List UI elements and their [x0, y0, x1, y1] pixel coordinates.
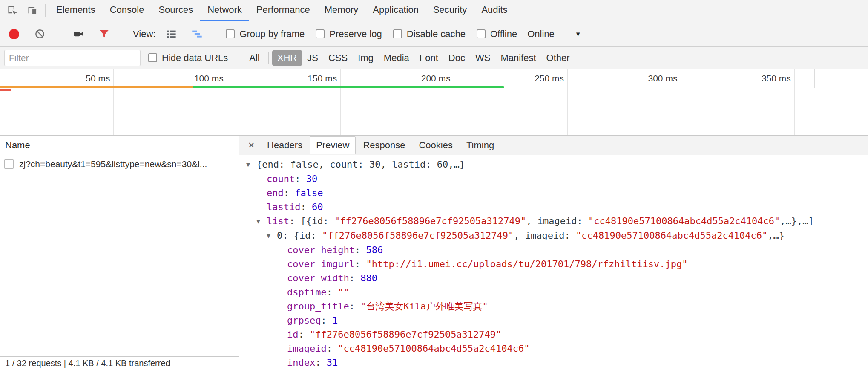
- json-token-plain: :: [355, 259, 366, 269]
- filter-type-other[interactable]: Other: [541, 50, 575, 66]
- tab-network[interactable]: Network: [200, 0, 249, 21]
- json-line: id: "ff276e8056f58896e7cf92505a312749": [239, 327, 868, 341]
- tab-console[interactable]: Console: [103, 0, 152, 21]
- record-icon: [9, 29, 19, 39]
- json-line: group_title: "台湾美女Kila户外唯美写真": [239, 299, 868, 313]
- json-line: index: 31: [239, 356, 868, 370]
- checkbox-group-by-frame[interactable]: Group by frame: [226, 29, 305, 40]
- capture-screenshots-icon[interactable]: [69, 28, 88, 40]
- checkbox-box: [316, 29, 325, 38]
- json-token-key: cover_height: [287, 245, 355, 255]
- throttling-select[interactable]: Online ▼: [527, 29, 581, 40]
- json-token-str: "ff276e8056f58896e7cf92505a312749": [322, 230, 514, 241]
- checkbox-box: [393, 29, 402, 38]
- expand-arrow-icon[interactable]: ▼: [246, 158, 256, 172]
- detail-tab-preview[interactable]: Preview: [310, 136, 356, 154]
- json-token-key: id: [287, 329, 299, 340]
- checkbox-box: [226, 29, 235, 38]
- clear-button[interactable]: [30, 28, 49, 40]
- json-token-str: "ff276e8056f58896e7cf92505a312749": [310, 329, 501, 340]
- json-token-plain: ,…}: [767, 230, 785, 241]
- checkbox-label: Offline: [490, 29, 517, 40]
- request-row[interactable]: zj?ch=beauty&t1=595&listtype=new&sn=30&l…: [0, 155, 239, 173]
- json-token-num: 586: [366, 245, 383, 255]
- expand-arrow-icon[interactable]: ▼: [256, 214, 267, 228]
- timeline-tick-label: 300 ms: [648, 73, 678, 84]
- detail-tab-timing[interactable]: Timing: [460, 136, 500, 154]
- resource-type-filters: AllXHRJSCSSImgMediaFontDocWSManifestOthe…: [244, 50, 575, 66]
- filter-type-xhr[interactable]: XHR: [272, 50, 302, 66]
- json-line[interactable]: ▼0: {id: "ff276e8056f58896e7cf92505a3127…: [239, 228, 868, 243]
- json-token-key: list: [267, 216, 289, 226]
- tab-elements[interactable]: Elements: [49, 0, 103, 21]
- close-icon[interactable]: ×: [244, 139, 259, 152]
- checkbox-disable-cache[interactable]: Disable cache: [393, 29, 466, 40]
- checkbox-label: Group by frame: [239, 29, 305, 40]
- json-token-str: "台湾美女Kila户外唯美写真": [360, 301, 488, 312]
- device-toolbar-icon[interactable]: [22, 0, 42, 21]
- json-token-key: group_title: [287, 301, 349, 312]
- tab-performance[interactable]: Performance: [249, 0, 317, 21]
- checkbox-offline[interactable]: Offline: [477, 29, 517, 40]
- separator: [268, 52, 269, 64]
- tab-audits[interactable]: Audits: [474, 0, 514, 21]
- detail-tab-headers[interactable]: Headers: [261, 136, 309, 154]
- record-button[interactable]: [4, 29, 24, 39]
- timeline-tick-label: 200 ms: [421, 73, 451, 84]
- json-token-plain: :: [349, 301, 361, 312]
- requests-panel: Name zj?ch=beauty&t1=595&listtype=new&sn…: [0, 136, 239, 370]
- json-token-plain: :: [315, 357, 327, 368]
- json-line: lastid: 60: [239, 200, 868, 214]
- overview-bar-orange: [0, 86, 193, 88]
- waterfall-view-icon[interactable]: [187, 28, 207, 40]
- timeline-tick-label: 250 ms: [535, 73, 564, 84]
- detail-tab-response[interactable]: Response: [356, 136, 411, 154]
- tab-sources[interactable]: Sources: [151, 0, 200, 21]
- filter-type-css[interactable]: CSS: [323, 50, 353, 66]
- tab-memory[interactable]: Memory: [317, 0, 365, 21]
- expand-arrow-icon[interactable]: ▼: [267, 229, 277, 243]
- hide-data-urls-checkbox[interactable]: Hide data URLs: [148, 52, 228, 64]
- name-column-header[interactable]: Name: [0, 136, 239, 155]
- timeline-tick-label: 50 ms: [86, 73, 110, 84]
- json-token-str: "cc48190e57100864abc4d55a2c4104c6": [588, 216, 780, 226]
- json-token-plain: : [{id:: [289, 216, 334, 226]
- hide-data-urls-label: Hide data URLs: [162, 52, 228, 64]
- filter-type-all[interactable]: All: [244, 50, 264, 66]
- filter-type-font[interactable]: Font: [414, 50, 443, 66]
- json-token-key: dsptime: [287, 287, 327, 298]
- filter-input[interactable]: [4, 50, 141, 66]
- devtools-window: ElementsConsoleSourcesNetworkPerformance…: [0, 0, 868, 370]
- timeline-tick-label: 350 ms: [762, 73, 791, 84]
- preview-tree: ▼{end: false, count: 30, lastid: 60,…}co…: [239, 155, 868, 370]
- timeline-gridline: 50 ms: [113, 69, 114, 135]
- overview-bar-red: [0, 89, 11, 91]
- tab-security[interactable]: Security: [426, 0, 474, 21]
- tab-application[interactable]: Application: [365, 0, 426, 21]
- filter-type-js[interactable]: JS: [302, 50, 323, 66]
- filter-type-media[interactable]: Media: [379, 50, 414, 66]
- detail-tab-cookies[interactable]: Cookies: [412, 136, 459, 154]
- timeline-overview[interactable]: 50 ms100 ms150 ms200 ms250 ms300 ms350 m…: [0, 69, 868, 136]
- details-panel: × HeadersPreviewResponseCookiesTiming ▼{…: [239, 136, 868, 370]
- timeline-gridline: 250 ms: [567, 69, 568, 135]
- timeline-tick-label: 150 ms: [308, 73, 337, 84]
- json-token-num: 1: [332, 315, 338, 326]
- json-line[interactable]: ▼list: [{id: "ff276e8056f58896e7cf92505a…: [239, 214, 868, 228]
- timeline-gridline: 100 ms: [227, 69, 227, 135]
- json-line[interactable]: ▼{end: false, count: 30, lastid: 60,…}: [239, 157, 868, 172]
- inspect-element-icon[interactable]: [3, 0, 22, 21]
- json-token-bool: false: [295, 188, 323, 198]
- list-view-icon[interactable]: [161, 28, 181, 40]
- json-token-plain: :: [327, 343, 338, 354]
- filter-icon[interactable]: [94, 28, 114, 40]
- filter-type-doc[interactable]: Doc: [443, 50, 470, 66]
- filter-type-ws[interactable]: WS: [470, 50, 495, 66]
- json-token-plain: :: [299, 329, 310, 340]
- filter-type-manifest[interactable]: Manifest: [495, 50, 541, 66]
- json-token-plain: 0: {id:: [277, 230, 322, 241]
- checkbox-preserve-log[interactable]: Preserve log: [316, 29, 382, 40]
- filter-bar: Hide data URLs AllXHRJSCSSImgMediaFontDo…: [0, 47, 868, 69]
- json-token-key: count: [267, 173, 295, 184]
- filter-type-img[interactable]: Img: [353, 50, 379, 66]
